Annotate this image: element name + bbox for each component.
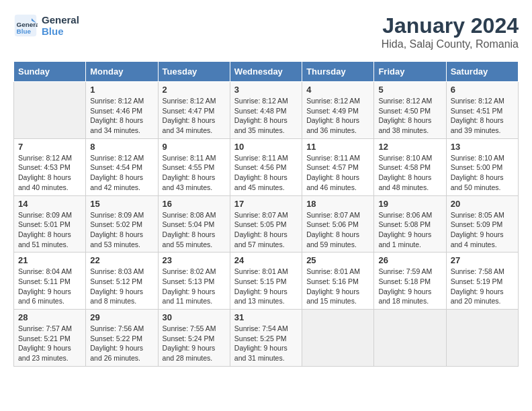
- calendar-title: January 2024: [382, 13, 519, 38]
- col-header-monday: Monday: [86, 62, 158, 82]
- day-number: 27: [451, 255, 514, 265]
- day-number: 18: [306, 199, 369, 209]
- day-number: 5: [378, 85, 441, 95]
- calendar-cell: 29Sunrise: 7:56 AM Sunset: 5:22 PM Dayli…: [86, 310, 158, 367]
- day-number: 16: [163, 199, 226, 209]
- logo: General Blue General Blue: [13, 13, 79, 38]
- calendar-cell: 3Sunrise: 8:12 AM Sunset: 4:48 PM Daylig…: [230, 82, 302, 139]
- day-number: 12: [378, 142, 441, 152]
- col-header-friday: Friday: [374, 62, 446, 82]
- cell-info: Sunrise: 8:04 AM Sunset: 5:11 PM Dayligh…: [18, 267, 81, 306]
- calendar-cell: 16Sunrise: 8:08 AM Sunset: 5:04 PM Dayli…: [158, 195, 230, 253]
- day-number: 13: [451, 142, 514, 152]
- cell-info: Sunrise: 8:12 AM Sunset: 4:47 PM Dayligh…: [163, 96, 226, 136]
- day-number: 1: [90, 85, 153, 95]
- calendar-cell: 8Sunrise: 8:12 AM Sunset: 4:54 PM Daylig…: [86, 138, 158, 195]
- cell-info: Sunrise: 8:06 AM Sunset: 5:08 PM Dayligh…: [378, 210, 441, 250]
- cell-info: Sunrise: 8:07 AM Sunset: 5:05 PM Dayligh…: [234, 210, 298, 250]
- calendar-cell: [446, 310, 518, 367]
- calendar-cell: [302, 310, 374, 367]
- day-number: 22: [90, 255, 153, 265]
- calendar-cell: 6Sunrise: 8:12 AM Sunset: 4:51 PM Daylig…: [446, 82, 518, 139]
- day-number: 25: [306, 255, 369, 265]
- day-number: 8: [90, 142, 153, 152]
- calendar-cell: 21Sunrise: 8:04 AM Sunset: 5:11 PM Dayli…: [14, 253, 86, 310]
- day-number: 28: [18, 312, 81, 322]
- calendar-cell: 19Sunrise: 8:06 AM Sunset: 5:08 PM Dayli…: [374, 195, 446, 253]
- svg-text:Blue: Blue: [17, 28, 32, 35]
- cell-info: Sunrise: 7:58 AM Sunset: 5:19 PM Dayligh…: [451, 267, 514, 306]
- calendar-cell: 27Sunrise: 7:58 AM Sunset: 5:19 PM Dayli…: [446, 253, 518, 310]
- cell-info: Sunrise: 7:54 AM Sunset: 5:25 PM Dayligh…: [234, 324, 298, 363]
- col-header-wednesday: Wednesday: [230, 62, 302, 82]
- week-row-1: 1Sunrise: 8:12 AM Sunset: 4:46 PM Daylig…: [14, 82, 519, 139]
- logo-icon: General Blue: [13, 13, 38, 38]
- calendar-cell: 20Sunrise: 8:05 AM Sunset: 5:09 PM Dayli…: [446, 195, 518, 253]
- day-number: 19: [378, 199, 441, 209]
- calendar-cell: 23Sunrise: 8:02 AM Sunset: 5:13 PM Dayli…: [158, 253, 230, 310]
- day-number: 10: [234, 142, 298, 152]
- calendar-cell: 9Sunrise: 8:11 AM Sunset: 4:55 PM Daylig…: [158, 138, 230, 195]
- cell-info: Sunrise: 8:01 AM Sunset: 5:15 PM Dayligh…: [234, 267, 298, 306]
- cell-info: Sunrise: 8:05 AM Sunset: 5:09 PM Dayligh…: [451, 210, 514, 250]
- calendar-cell: [374, 310, 446, 367]
- cell-info: Sunrise: 8:12 AM Sunset: 4:46 PM Dayligh…: [90, 96, 153, 136]
- cell-info: Sunrise: 8:12 AM Sunset: 4:54 PM Dayligh…: [90, 153, 153, 193]
- page-header: General Blue General Blue January 2024 H…: [13, 13, 519, 50]
- calendar-cell: 24Sunrise: 8:01 AM Sunset: 5:15 PM Dayli…: [230, 253, 302, 310]
- day-number: 14: [18, 199, 81, 209]
- cell-info: Sunrise: 8:08 AM Sunset: 5:04 PM Dayligh…: [163, 210, 226, 250]
- col-header-sunday: Sunday: [14, 62, 86, 82]
- cell-info: Sunrise: 8:10 AM Sunset: 5:00 PM Dayligh…: [451, 153, 514, 193]
- cell-info: Sunrise: 7:56 AM Sunset: 5:22 PM Dayligh…: [90, 324, 153, 363]
- calendar-cell: 22Sunrise: 8:03 AM Sunset: 5:12 PM Dayli…: [86, 253, 158, 310]
- calendar-cell: 4Sunrise: 8:12 AM Sunset: 4:49 PM Daylig…: [302, 82, 374, 139]
- cell-info: Sunrise: 8:10 AM Sunset: 4:58 PM Dayligh…: [378, 153, 441, 193]
- cell-info: Sunrise: 7:59 AM Sunset: 5:18 PM Dayligh…: [378, 267, 441, 306]
- calendar-cell: 13Sunrise: 8:10 AM Sunset: 5:00 PM Dayli…: [446, 138, 518, 195]
- day-number: 17: [234, 199, 298, 209]
- day-number: 23: [163, 255, 226, 265]
- cell-info: Sunrise: 8:01 AM Sunset: 5:16 PM Dayligh…: [306, 267, 369, 306]
- cell-info: Sunrise: 8:12 AM Sunset: 4:50 PM Dayligh…: [378, 96, 441, 136]
- calendar-subtitle: Hida, Salaj County, Romania: [382, 38, 519, 50]
- calendar-cell: 17Sunrise: 8:07 AM Sunset: 5:05 PM Dayli…: [230, 195, 302, 253]
- cell-info: Sunrise: 8:12 AM Sunset: 4:51 PM Dayligh…: [451, 96, 514, 136]
- day-number: 2: [163, 85, 226, 95]
- week-row-4: 21Sunrise: 8:04 AM Sunset: 5:11 PM Dayli…: [14, 253, 519, 310]
- day-number: 31: [234, 312, 298, 322]
- logo-text: General Blue: [42, 14, 79, 37]
- cell-info: Sunrise: 8:12 AM Sunset: 4:48 PM Dayligh…: [234, 96, 298, 136]
- week-row-2: 7Sunrise: 8:12 AM Sunset: 4:53 PM Daylig…: [14, 138, 519, 195]
- calendar-cell: 15Sunrise: 8:09 AM Sunset: 5:02 PM Dayli…: [86, 195, 158, 253]
- calendar-cell: 26Sunrise: 7:59 AM Sunset: 5:18 PM Dayli…: [374, 253, 446, 310]
- cell-info: Sunrise: 8:11 AM Sunset: 4:56 PM Dayligh…: [234, 153, 298, 193]
- day-number: 7: [18, 142, 81, 152]
- day-number: 30: [163, 312, 226, 322]
- cell-info: Sunrise: 7:55 AM Sunset: 5:24 PM Dayligh…: [163, 324, 226, 363]
- calendar-cell: 31Sunrise: 7:54 AM Sunset: 5:25 PM Dayli…: [230, 310, 302, 367]
- calendar-cell: 7Sunrise: 8:12 AM Sunset: 4:53 PM Daylig…: [14, 138, 86, 195]
- day-number: 21: [18, 255, 81, 265]
- day-number: 4: [306, 85, 369, 95]
- day-number: 3: [234, 85, 298, 95]
- calendar-cell: 25Sunrise: 8:01 AM Sunset: 5:16 PM Dayli…: [302, 253, 374, 310]
- cell-info: Sunrise: 8:11 AM Sunset: 4:57 PM Dayligh…: [306, 153, 369, 193]
- calendar-cell: 5Sunrise: 8:12 AM Sunset: 4:50 PM Daylig…: [374, 82, 446, 139]
- calendar-cell: 30Sunrise: 7:55 AM Sunset: 5:24 PM Dayli…: [158, 310, 230, 367]
- calendar-cell: 1Sunrise: 8:12 AM Sunset: 4:46 PM Daylig…: [86, 82, 158, 139]
- day-number: 11: [306, 142, 369, 152]
- cell-info: Sunrise: 8:09 AM Sunset: 5:01 PM Dayligh…: [18, 210, 81, 250]
- cell-info: Sunrise: 8:12 AM Sunset: 4:49 PM Dayligh…: [306, 96, 369, 136]
- calendar-cell: 28Sunrise: 7:57 AM Sunset: 5:21 PM Dayli…: [14, 310, 86, 367]
- calendar-cell: 14Sunrise: 8:09 AM Sunset: 5:01 PM Dayli…: [14, 195, 86, 253]
- cell-info: Sunrise: 7:57 AM Sunset: 5:21 PM Dayligh…: [18, 324, 81, 363]
- day-number: 26: [378, 255, 441, 265]
- calendar-table: SundayMondayTuesdayWednesdayThursdayFrid…: [13, 61, 519, 367]
- cell-info: Sunrise: 8:03 AM Sunset: 5:12 PM Dayligh…: [90, 267, 153, 306]
- col-header-saturday: Saturday: [446, 62, 518, 82]
- cell-info: Sunrise: 8:12 AM Sunset: 4:53 PM Dayligh…: [18, 153, 81, 193]
- calendar-cell: 11Sunrise: 8:11 AM Sunset: 4:57 PM Dayli…: [302, 138, 374, 195]
- day-number: 15: [90, 199, 153, 209]
- day-number: 6: [451, 85, 514, 95]
